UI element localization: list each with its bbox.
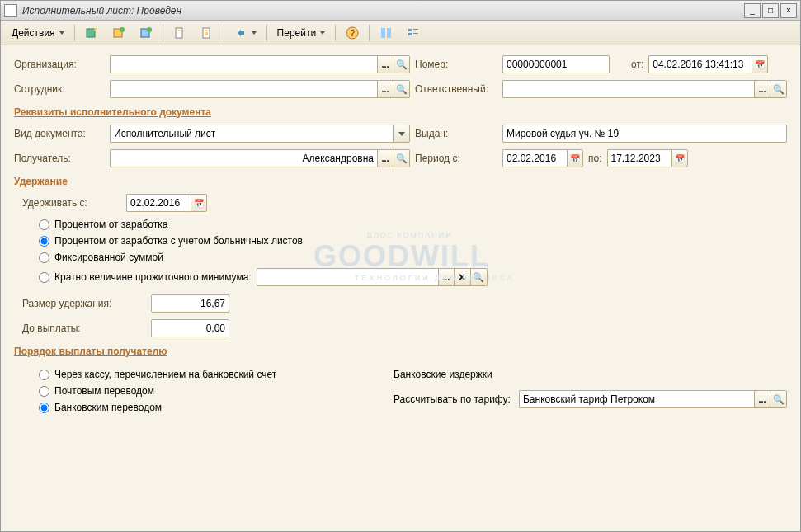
amount-label: Размер удержания:	[22, 298, 146, 309]
org-input[interactable]	[110, 55, 377, 73]
radio-minimum-label: Кратно величине прожиточного минимума:	[54, 271, 252, 283]
toolbar: Действия Перейти ?	[1, 21, 800, 45]
svg-rect-14	[408, 29, 412, 31]
responsible-search-button[interactable]	[770, 80, 787, 98]
requisites-section-header: Реквизиты исполнительного документа	[14, 106, 787, 118]
help-button[interactable]: ?	[340, 24, 365, 42]
minimum-clear-button[interactable]	[455, 268, 471, 286]
radio-cash[interactable]	[39, 370, 49, 380]
svg-rect-17	[413, 33, 418, 34]
issued-input[interactable]	[502, 125, 787, 143]
document-icon	[4, 4, 17, 17]
period-to-calendar-button[interactable]	[671, 149, 688, 167]
toolbar-btn-6[interactable]	[229, 24, 262, 42]
minimum-search-button[interactable]	[471, 268, 488, 286]
withholding-section-header: Удержание	[14, 176, 787, 187]
payment-section-header: Порядок выплаты получателю	[14, 346, 787, 357]
toolbar-btn-3[interactable]	[134, 24, 158, 42]
org-label: Организация:	[14, 59, 105, 70]
recipient-input[interactable]	[110, 149, 377, 167]
radio-percent[interactable]	[39, 219, 49, 230]
org-search-button[interactable]	[393, 55, 410, 73]
close-button[interactable]: ×	[780, 3, 797, 18]
svg-text:?: ?	[350, 28, 355, 38]
radio-fixed-label: Фиксированной суммой	[54, 252, 163, 263]
maximize-button[interactable]: □	[762, 3, 779, 18]
minimum-input[interactable]	[257, 268, 438, 286]
period-to-label: по:	[588, 153, 602, 164]
period-to-input[interactable]	[607, 149, 671, 167]
responsible-select-button[interactable]	[754, 80, 770, 98]
window-title: Исполнительный лист: Проведен	[22, 5, 744, 16]
toolbar-btn-7[interactable]	[374, 24, 398, 42]
svg-point-4	[147, 27, 152, 32]
period-from-input[interactable]	[502, 149, 567, 167]
svg-rect-9	[205, 32, 208, 35]
toolbar-btn-1[interactable]	[79, 24, 104, 42]
date-label: от:	[631, 59, 643, 70]
number-input[interactable]	[502, 55, 610, 73]
tariff-select-button[interactable]	[754, 390, 770, 408]
radio-minimum[interactable]	[39, 272, 49, 283]
svg-rect-16	[413, 29, 418, 30]
recipient-search-button[interactable]	[393, 149, 410, 167]
minimum-select-button[interactable]	[438, 268, 455, 286]
employee-select-button[interactable]	[377, 80, 393, 98]
toolbar-btn-2[interactable]	[106, 24, 131, 42]
hold-from-input[interactable]	[126, 194, 191, 212]
radio-post-label: Почтовым переводом	[54, 385, 154, 397]
radio-bank-label: Банковским переводом	[54, 402, 162, 413]
period-from-calendar-button[interactable]	[567, 149, 583, 167]
amount-input[interactable]	[151, 294, 229, 313]
toolbar-btn-8[interactable]	[401, 24, 426, 42]
toolbar-btn-5[interactable]	[195, 24, 219, 42]
employee-label: Сотрудник:	[14, 83, 105, 95]
radio-percent-sick[interactable]	[39, 236, 49, 247]
doctype-dropdown-button[interactable]	[393, 125, 410, 143]
period-from-label: Период с:	[415, 153, 497, 164]
svg-rect-5	[176, 28, 182, 38]
tariff-input[interactable]	[519, 390, 754, 408]
radio-cash-label: Через кассу, перечислением на банковский…	[54, 369, 276, 380]
goto-menu[interactable]: Перейти	[271, 24, 332, 42]
hold-from-label: Удерживать с:	[22, 197, 121, 209]
responsible-label: Ответственный:	[415, 83, 497, 95]
until-input[interactable]	[151, 319, 229, 337]
svg-rect-12	[381, 28, 385, 38]
hold-from-calendar-button[interactable]	[191, 194, 207, 212]
toolbar-btn-4[interactable]	[167, 24, 192, 42]
tariff-search-button[interactable]	[770, 390, 787, 408]
tariff-label: Рассчитывать по тарифу:	[393, 393, 511, 405]
actions-menu[interactable]: Действия	[6, 24, 70, 42]
svg-point-2	[120, 27, 125, 32]
employee-search-button[interactable]	[393, 80, 410, 98]
radio-percent-label: Процентом от заработка	[54, 219, 167, 230]
radio-post[interactable]	[39, 386, 49, 397]
svg-rect-13	[387, 28, 391, 38]
minimize-button[interactable]: _	[744, 3, 761, 18]
radio-fixed[interactable]	[39, 252, 49, 263]
svg-rect-6	[177, 30, 181, 31]
svg-rect-15	[408, 33, 412, 35]
issued-label: Выдан:	[415, 128, 497, 139]
svg-rect-8	[205, 30, 208, 31]
org-select-button[interactable]	[377, 55, 393, 73]
until-label: До выплаты:	[22, 322, 146, 334]
bank-costs-label: Банковские издержки	[393, 369, 787, 380]
date-calendar-button[interactable]	[752, 55, 768, 73]
content-area: Организация: Номер: от: Сотрудник:	[1, 45, 800, 428]
doctype-label: Вид документа:	[14, 128, 105, 139]
doctype-input[interactable]	[110, 125, 393, 143]
radio-bank[interactable]	[39, 403, 49, 413]
number-label: Номер:	[415, 59, 497, 70]
recipient-select-button[interactable]	[377, 149, 393, 167]
recipient-label: Получатель:	[14, 153, 105, 164]
titlebar: Исполнительный лист: Проведен _ □ ×	[1, 1, 800, 21]
employee-input[interactable]	[110, 80, 377, 98]
window: Исполнительный лист: Проведен _ □ × Дейс…	[0, 0, 801, 532]
date-input[interactable]	[648, 55, 752, 73]
radio-percent-sick-label: Процентом от заработка с учетом больничн…	[54, 235, 303, 247]
responsible-input[interactable]	[502, 80, 754, 98]
